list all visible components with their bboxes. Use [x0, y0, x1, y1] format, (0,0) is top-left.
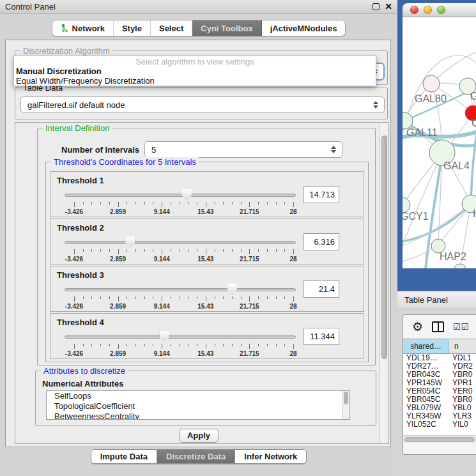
threshold-value-field[interactable]: 21.4	[303, 280, 339, 298]
table-data-combobox[interactable]: galFiltered.sif default node	[20, 96, 385, 113]
table-row[interactable]: YLR345WYLR3	[403, 412, 476, 420]
list-items: SelfLoopsTopologicalCoefficientBetweenne…	[47, 391, 349, 420]
network-node-label: GCY1	[403, 211, 429, 222]
thresholds-group-title: Threshold's Coordinates for 5 Intervals	[51, 157, 199, 167]
table-row[interactable]: YBR043CYBR0	[403, 371, 476, 379]
tick-mark	[267, 296, 268, 299]
threshold-slider[interactable]: -3.4262.8599.14415.4321.71528	[65, 330, 296, 358]
cell-shared-name[interactable]: YBR045C	[403, 395, 449, 404]
numerical-attributes-list[interactable]: SelfLoopsTopologicalCoefficientBetweenne…	[46, 390, 350, 420]
table-row[interactable]: YIL052CYIL0	[403, 420, 476, 429]
slider-track[interactable]	[65, 194, 296, 197]
slider-track[interactable]	[65, 241, 296, 244]
cell-name[interactable]: YIL0	[449, 420, 476, 429]
spinner-icon	[331, 146, 336, 153]
tab-discretize-data[interactable]: Discretize Data	[157, 450, 235, 463]
attribute-list-item[interactable]: SelfLoops	[47, 391, 349, 401]
table-row[interactable]: YBR045CYBR0	[403, 395, 476, 404]
slider-handle[interactable]	[125, 236, 135, 248]
cell-name[interactable]: YDL1	[449, 354, 476, 362]
tab-style[interactable]: Style	[114, 20, 151, 36]
slider-handle[interactable]	[160, 331, 169, 342]
tick-mark	[118, 202, 119, 207]
close-icon[interactable]: ✕	[385, 3, 392, 10]
close-traffic-light[interactable]	[410, 6, 418, 14]
network-view-window: GAL80G.CGAL11GAL4GCY1HHAP2	[397, 0, 476, 291]
tick-mark	[153, 202, 153, 204]
threshold-value-field[interactable]: 6.316	[303, 233, 339, 250]
popup-option-equal-width-frequency[interactable]: Equal Width/Frequency Discretization	[14, 76, 376, 86]
network-node[interactable]	[423, 75, 440, 92]
cell-shared-name[interactable]: YDL19…	[403, 354, 449, 362]
select-columns-icon[interactable]: ☑☑	[453, 322, 469, 332]
column-header-shared-name[interactable]: shared…	[403, 339, 449, 353]
tab-select[interactable]: Select	[151, 20, 192, 36]
cell-name[interactable]: YBR0	[449, 371, 476, 379]
threshold-value-field[interactable]: 11.344	[303, 328, 339, 345]
minimize-traffic-light[interactable]	[424, 6, 432, 14]
settings-scrollpane: Interval Definition Number of Intervals …	[15, 122, 389, 444]
threshold-value-field[interactable]: 14.713	[303, 186, 339, 203]
control-panel-window: Control Panel ✕ Network Style Select Cyn…	[0, 0, 397, 476]
attribute-list-item[interactable]: BetweennessCentrality	[47, 411, 349, 420]
tick-label: 28	[289, 256, 296, 263]
network-node-label: GAL80	[415, 93, 447, 104]
popup-placeholder-option[interactable]: Select algorithm to view settings	[14, 56, 376, 66]
list-scrollbar[interactable]	[342, 391, 349, 419]
cell-shared-name[interactable]: YER054C	[403, 387, 449, 395]
tick-mark	[284, 202, 285, 204]
network-node-label: C	[472, 118, 476, 128]
cell-name[interactable]: YDR2	[449, 362, 476, 371]
number-of-intervals-combobox[interactable]: 5	[144, 141, 342, 158]
gear-icon[interactable]: ⚙	[412, 321, 423, 333]
slider-ticks	[65, 344, 296, 350]
attribute-list-item[interactable]: TopologicalCoefficient	[47, 401, 349, 411]
tab-infer-network[interactable]: Infer Network	[235, 450, 306, 463]
slider-tick-labels: -3.4262.8599.14415.4321.71528	[65, 350, 296, 358]
table-row[interactable]: YPR145WYPR1	[403, 379, 476, 387]
tick-mark	[109, 296, 110, 299]
slider-handle[interactable]	[182, 189, 192, 201]
cell-shared-name[interactable]: YLR345W	[403, 412, 449, 420]
tab-cyni-toolbox[interactable]: Cyni Toolbox	[192, 20, 261, 36]
split-columns-icon[interactable]	[432, 321, 444, 332]
table-horizontal-scrollbar[interactable]	[403, 435, 476, 443]
table-row[interactable]: YDL19…YDL1	[403, 354, 476, 362]
network-canvas[interactable]: GAL80G.CGAL11GAL4GCY1HHAP2	[403, 17, 476, 268]
cell-shared-name[interactable]: YBL079W	[403, 404, 449, 412]
threshold-slider[interactable]: -3.4262.8599.14415.4321.71528	[65, 188, 296, 217]
table-row[interactable]: YBL079WYBL0	[403, 404, 476, 412]
threshold-panel: Threshold 2 -3.4262.8599.14415.4321.7152…	[50, 219, 364, 265]
table-row[interactable]: YDR27…YDR2	[403, 362, 476, 371]
cell-name[interactable]: YBR0	[449, 395, 476, 404]
float-window-icon[interactable]	[372, 3, 380, 10]
zoom-traffic-light[interactable]	[437, 6, 445, 14]
slider-track[interactable]	[65, 288, 296, 291]
popup-option-manual-discretization[interactable]: Manual Discretization	[14, 66, 376, 76]
tick-mark	[162, 344, 162, 349]
slider-track[interactable]	[65, 335, 296, 339]
cell-name[interactable]: YLR3	[449, 412, 476, 420]
cell-shared-name[interactable]: YIL052C	[403, 420, 449, 429]
threshold-slider[interactable]: -3.4262.8599.14415.4321.71528	[65, 236, 296, 264]
tab-network[interactable]: Network	[52, 20, 114, 36]
table-row[interactable]: YER054CYER0	[403, 387, 476, 395]
network-node[interactable]	[454, 264, 466, 268]
slider-handle[interactable]	[227, 284, 237, 295]
apply-button[interactable]: Apply	[179, 429, 219, 443]
threshold-slider[interactable]: -3.4262.8599.14415.4321.71528	[65, 283, 296, 311]
cell-name[interactable]: YPR1	[449, 379, 476, 387]
algorithm-dropdown-popup: Select algorithm to view settings Manual…	[13, 56, 376, 86]
cell-shared-name[interactable]: YDR27…	[403, 362, 449, 371]
cell-name[interactable]: YER0	[449, 387, 476, 395]
cell-shared-name[interactable]: YBR043C	[403, 371, 449, 379]
network-window-titlebar[interactable]	[403, 3, 476, 17]
cell-name[interactable]: YBL0	[449, 404, 476, 412]
tab-impute-data[interactable]: Impute Data	[91, 450, 157, 463]
column-header-name[interactable]: n	[449, 339, 476, 353]
cell-shared-name[interactable]: YPR145W	[403, 379, 449, 387]
settings-scrollbar[interactable]	[380, 123, 388, 443]
tick-mark	[127, 249, 127, 252]
tab-jactivemnodules[interactable]: jActiveMNodules	[262, 20, 346, 36]
table-panel-title: Table Panel	[404, 295, 448, 305]
